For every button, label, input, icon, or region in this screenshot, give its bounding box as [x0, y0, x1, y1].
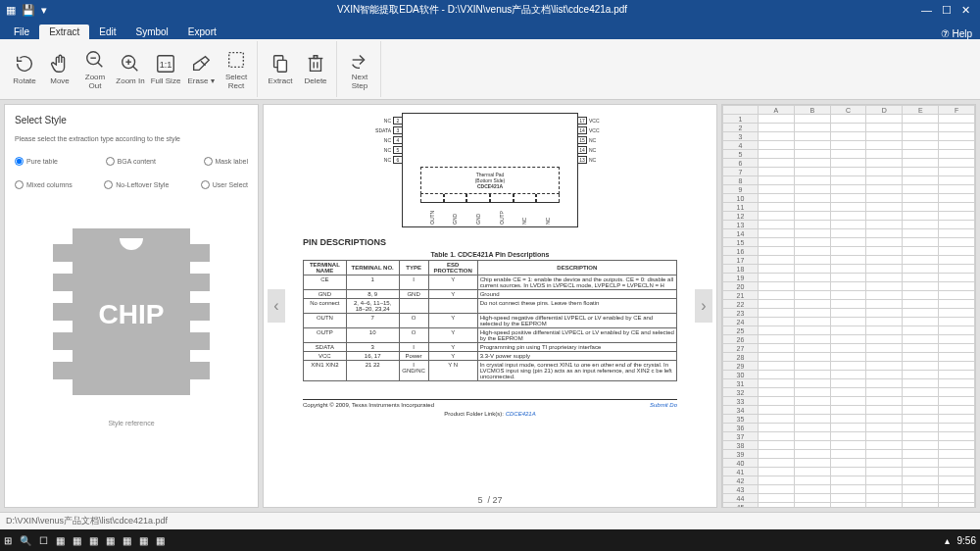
package-diagram: NC217VCCSDATA314VCCNC415NCNC514NCNC613NC…	[402, 113, 578, 227]
taskview-icon[interactable]: ☐	[39, 535, 48, 546]
qat-dropdown-icon[interactable]: ▾	[41, 4, 47, 17]
close-button[interactable]: ✕	[961, 4, 970, 17]
svg-text:1:1: 1:1	[160, 60, 172, 70]
search-icon[interactable]: 🔍	[20, 535, 31, 546]
svg-rect-10	[229, 52, 244, 67]
taskbar-app[interactable]: ▦	[139, 535, 148, 546]
zoom-out-icon	[84, 49, 106, 71]
radio-user[interactable]: User Select	[201, 180, 248, 189]
spreadsheet-panel: ABCDEF 123456789101112131415161718192021…	[721, 104, 976, 508]
tab-edit[interactable]: Edit	[89, 25, 125, 39]
minimize-button[interactable]: —	[921, 4, 932, 17]
tab-extract[interactable]: Extract	[39, 25, 89, 39]
start-button[interactable]: ⊞	[4, 535, 12, 546]
pdf-page[interactable]: NC217VCCSDATA314VCCNC415NCNC514NCNC613NC…	[264, 105, 716, 493]
ribbon: Rotate Move Zoom Out Zoom In 1:1 Full Si…	[0, 39, 980, 100]
window-title: VXIN智能提取EDA软件 - D:\VXIN\venus产品文档\list\c…	[53, 3, 911, 17]
radio-mixed[interactable]: Mixed columns	[15, 180, 73, 189]
radio-noleftover[interactable]: No-Leftover Style	[104, 180, 169, 189]
tab-symbol[interactable]: Symbol	[125, 25, 177, 39]
zoom-out-button[interactable]: Zoom Out	[78, 49, 112, 90]
fullsize-icon: 1:1	[155, 53, 176, 75]
help-button[interactable]: ⑦ Help	[933, 28, 980, 39]
rotate-icon	[14, 53, 35, 75]
hand-icon	[49, 53, 71, 75]
title-bar: ▦ 💾 ▾ VXIN智能提取EDA软件 - D:\VXIN\venus产品文档\…	[0, 0, 980, 20]
app-icon: ▦	[6, 4, 16, 17]
taskbar-app[interactable]: ▦	[56, 535, 65, 546]
style-panel: Select Style Please select the extractio…	[4, 104, 259, 508]
pin-table: TERMINAL NAMETERMINAL NO.TYPEESD PROTECT…	[303, 260, 677, 381]
taskbar-app[interactable]: ▦	[106, 535, 115, 546]
section-heading: PIN DESCRIPTIONS	[303, 237, 677, 247]
copyright: Copyright © 2009, Texas Instruments Inco…	[303, 402, 434, 408]
zoom-in-icon	[120, 53, 141, 75]
taskbar-app[interactable]: ▦	[73, 535, 81, 546]
select-rect-button[interactable]: Select Rect	[220, 49, 253, 90]
next-icon	[349, 49, 370, 71]
maximize-button[interactable]: ☐	[942, 4, 952, 17]
status-bar: D:\VXIN\venus产品文档\list\cdce421a.pdf	[0, 512, 980, 529]
svg-line-9	[201, 61, 206, 66]
radio-mask[interactable]: Mask label	[204, 157, 248, 166]
taskbar: ⊞ 🔍 ☐ ▦ ▦ ▦ ▦ ▦ ▦ ▦ ▴ 9:56	[0, 529, 980, 551]
tray-icon[interactable]: ▴	[945, 535, 950, 546]
svg-rect-12	[277, 60, 286, 72]
quick-access-toolbar: ▦ 💾 ▾	[0, 4, 53, 17]
tab-export[interactable]: Export	[178, 25, 226, 39]
erase-button[interactable]: Erase ▾	[184, 53, 218, 85]
full-size-button[interactable]: 1:1 Full Size	[149, 53, 182, 85]
style-panel-hint: Please select the extraction type accord…	[15, 135, 248, 142]
select-rect-icon	[225, 49, 247, 71]
svg-line-2	[98, 62, 103, 67]
spreadsheet-grid[interactable]: ABCDEF 123456789101112131415161718192021…	[722, 105, 975, 508]
svg-line-6	[133, 67, 138, 72]
delete-button[interactable]: Delete	[299, 53, 332, 85]
table-caption: Table 1. CDCE421A Pin Descriptions	[303, 251, 677, 258]
extract-button[interactable]: Extract	[264, 53, 297, 85]
radio-bga[interactable]: BGA content	[106, 157, 156, 166]
save-icon[interactable]: 💾	[22, 4, 35, 17]
workspace: Select Style Please select the extractio…	[0, 100, 980, 512]
zoom-in-button[interactable]: Zoom In	[114, 53, 147, 85]
extract-icon	[270, 53, 291, 75]
move-button[interactable]: Move	[43, 53, 76, 85]
product-link[interactable]: CDCE421A	[506, 411, 536, 417]
page-number: 5 / 27	[264, 493, 716, 507]
next-step-button[interactable]: Next Step	[343, 49, 376, 90]
ribbon-tabstrip: File Extract Edit Symbol Export ⑦ Help	[0, 20, 980, 39]
rotate-button[interactable]: Rotate	[8, 53, 41, 85]
chip-preview: CHIP	[53, 228, 210, 395]
style-reference-label: Style reference	[15, 420, 248, 426]
taskbar-app[interactable]: ▦	[156, 535, 165, 546]
taskbar-app[interactable]: ▦	[122, 535, 131, 546]
tab-file[interactable]: File	[4, 25, 39, 39]
radio-pure-table[interactable]: Pure table	[15, 157, 58, 166]
erase-icon	[190, 53, 212, 75]
clock[interactable]: 9:56	[957, 535, 976, 546]
trash-icon	[305, 53, 326, 75]
document-viewer: ‹ › NC217VCCSDATA314VCCNC415NCNC514NCNC6…	[263, 104, 717, 508]
submit-link[interactable]: Submit Do	[650, 402, 677, 408]
style-panel-heading: Select Style	[15, 115, 248, 125]
taskbar-app[interactable]: ▦	[89, 535, 98, 546]
